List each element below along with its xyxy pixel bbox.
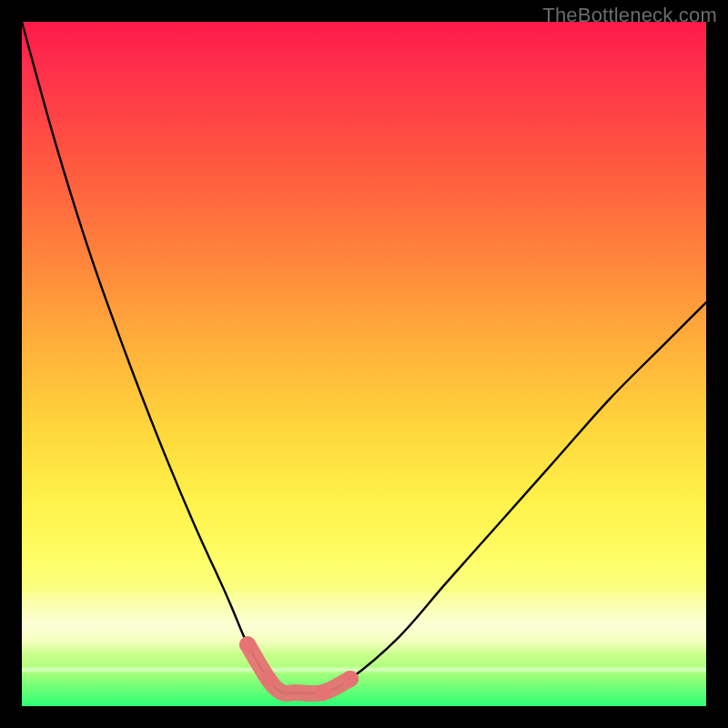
optimal-range-dot (342, 671, 359, 687)
optimal-range-dot (260, 671, 277, 687)
optimal-range-dot (239, 636, 256, 652)
chart-stage: TheBottleneck.com (0, 0, 728, 728)
pale-yellow-band (22, 592, 706, 653)
curves-layer (22, 22, 706, 706)
optimal-range-marker (248, 644, 350, 693)
bottleneck-curve (22, 22, 706, 693)
optimal-range-dot (315, 684, 331, 701)
plot-area (22, 22, 706, 706)
highlight-line (22, 666, 706, 673)
